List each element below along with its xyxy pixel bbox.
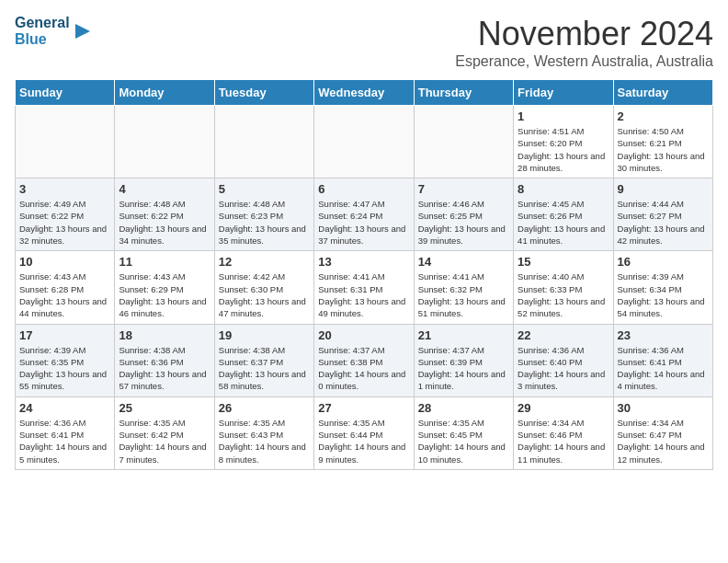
logo-blue: Blue [15,31,70,48]
table-row: 1Sunrise: 4:51 AM Sunset: 6:20 PM Daylig… [514,106,613,178]
day-number: 18 [119,328,210,342]
table-row: 27Sunrise: 4:35 AM Sunset: 6:44 PM Dayli… [314,396,414,469]
day-number: 17 [19,328,110,342]
table-row: 13Sunrise: 4:41 AM Sunset: 6:31 PM Dayli… [314,251,414,324]
page-header: General Blue November 2024 Esperance, We… [15,15,713,70]
col-wednesday: Wednesday [314,80,414,106]
table-row: 20Sunrise: 4:37 AM Sunset: 6:38 PM Dayli… [314,324,414,396]
day-info: Sunrise: 4:43 AM Sunset: 6:28 PM Dayligh… [19,270,110,319]
day-info: Sunrise: 4:48 AM Sunset: 6:23 PM Dayligh… [219,198,310,247]
table-row: 11Sunrise: 4:43 AM Sunset: 6:29 PM Dayli… [115,251,214,324]
day-number: 30 [618,401,709,415]
day-number: 13 [318,255,409,269]
day-info: Sunrise: 4:35 AM Sunset: 6:45 PM Dayligh… [418,417,509,465]
table-row [314,106,414,178]
calendar-table: Sunday Monday Tuesday Wednesday Thursday… [15,79,713,470]
table-row: 25Sunrise: 4:35 AM Sunset: 6:42 PM Dayli… [115,396,214,469]
day-number: 8 [518,182,609,196]
week-row-1: 1Sunrise: 4:51 AM Sunset: 6:20 PM Daylig… [16,106,713,178]
day-info: Sunrise: 4:34 AM Sunset: 6:46 PM Dayligh… [518,417,609,465]
day-number: 3 [19,182,110,196]
table-row: 4Sunrise: 4:48 AM Sunset: 6:22 PM Daylig… [115,178,214,251]
logo: General Blue [15,15,94,47]
table-row: 15Sunrise: 4:40 AM Sunset: 6:33 PM Dayli… [514,251,613,324]
day-info: Sunrise: 4:37 AM Sunset: 6:38 PM Dayligh… [318,344,409,393]
week-row-4: 17Sunrise: 4:39 AM Sunset: 6:35 PM Dayli… [16,324,713,396]
day-info: Sunrise: 4:36 AM Sunset: 6:41 PM Dayligh… [618,344,709,393]
page-subtitle: Esperance, Western Australia, Australia [455,53,713,70]
day-number: 16 [618,255,709,269]
day-number: 6 [318,182,409,196]
page-title: November 2024 [455,15,713,53]
day-number: 11 [119,255,210,269]
title-block: November 2024 Esperance, Western Austral… [455,15,713,70]
header-row: Sunday Monday Tuesday Wednesday Thursday… [16,80,713,106]
day-info: Sunrise: 4:51 AM Sunset: 6:20 PM Dayligh… [518,125,609,174]
table-row: 30Sunrise: 4:34 AM Sunset: 6:47 PM Dayli… [613,396,712,469]
logo-general: General [15,15,70,31]
day-number: 26 [219,401,310,415]
table-row: 5Sunrise: 4:48 AM Sunset: 6:23 PM Daylig… [214,178,313,251]
table-row: 10Sunrise: 4:43 AM Sunset: 6:28 PM Dayli… [16,251,115,324]
day-info: Sunrise: 4:44 AM Sunset: 6:27 PM Dayligh… [618,198,709,247]
table-row: 29Sunrise: 4:34 AM Sunset: 6:46 PM Dayli… [514,396,613,469]
day-info: Sunrise: 4:35 AM Sunset: 6:44 PM Dayligh… [318,417,409,465]
svg-marker-0 [75,24,90,39]
week-row-3: 10Sunrise: 4:43 AM Sunset: 6:28 PM Dayli… [16,251,713,324]
day-number: 21 [418,328,509,342]
day-info: Sunrise: 4:41 AM Sunset: 6:31 PM Dayligh… [318,270,409,319]
col-sunday: Sunday [16,80,115,106]
day-info: Sunrise: 4:37 AM Sunset: 6:39 PM Dayligh… [418,344,509,393]
week-row-2: 3Sunrise: 4:49 AM Sunset: 6:22 PM Daylig… [16,178,713,251]
table-row: 6Sunrise: 4:47 AM Sunset: 6:24 PM Daylig… [314,178,414,251]
day-number: 4 [119,182,210,196]
col-monday: Monday [115,80,214,106]
table-row: 16Sunrise: 4:39 AM Sunset: 6:34 PM Dayli… [613,251,712,324]
table-row: 21Sunrise: 4:37 AM Sunset: 6:39 PM Dayli… [414,324,513,396]
week-row-5: 24Sunrise: 4:36 AM Sunset: 6:41 PM Dayli… [16,396,713,469]
day-number: 24 [19,401,110,415]
day-number: 9 [618,182,709,196]
table-row: 22Sunrise: 4:36 AM Sunset: 6:40 PM Dayli… [514,324,613,396]
col-tuesday: Tuesday [214,80,313,106]
table-row: 17Sunrise: 4:39 AM Sunset: 6:35 PM Dayli… [16,324,115,396]
day-info: Sunrise: 4:36 AM Sunset: 6:40 PM Dayligh… [518,344,609,393]
calendar-body: 1Sunrise: 4:51 AM Sunset: 6:20 PM Daylig… [16,106,713,470]
table-row [214,106,313,178]
day-number: 10 [19,255,110,269]
table-row: 8Sunrise: 4:45 AM Sunset: 6:26 PM Daylig… [514,178,613,251]
day-info: Sunrise: 4:41 AM Sunset: 6:32 PM Dayligh… [418,270,509,319]
day-info: Sunrise: 4:47 AM Sunset: 6:24 PM Dayligh… [318,198,409,247]
table-row: 3Sunrise: 4:49 AM Sunset: 6:22 PM Daylig… [16,178,115,251]
day-info: Sunrise: 4:43 AM Sunset: 6:29 PM Dayligh… [119,270,210,319]
day-number: 19 [219,328,310,342]
table-row: 9Sunrise: 4:44 AM Sunset: 6:27 PM Daylig… [613,178,712,251]
day-info: Sunrise: 4:40 AM Sunset: 6:33 PM Dayligh… [518,270,609,319]
day-info: Sunrise: 4:38 AM Sunset: 6:36 PM Dayligh… [119,344,210,393]
table-row: 14Sunrise: 4:41 AM Sunset: 6:32 PM Dayli… [414,251,513,324]
day-info: Sunrise: 4:39 AM Sunset: 6:34 PM Dayligh… [618,270,709,319]
day-number: 20 [318,328,409,342]
day-number: 29 [518,401,609,415]
table-row: 26Sunrise: 4:35 AM Sunset: 6:43 PM Dayli… [214,396,313,469]
col-friday: Friday [514,80,613,106]
calendar-header: Sunday Monday Tuesday Wednesday Thursday… [16,80,713,106]
table-row: 18Sunrise: 4:38 AM Sunset: 6:36 PM Dayli… [115,324,214,396]
day-number: 7 [418,182,509,196]
day-info: Sunrise: 4:50 AM Sunset: 6:21 PM Dayligh… [618,125,709,174]
table-row: 24Sunrise: 4:36 AM Sunset: 6:41 PM Dayli… [16,396,115,469]
day-number: 22 [518,328,609,342]
table-row: 12Sunrise: 4:42 AM Sunset: 6:30 PM Dayli… [214,251,313,324]
day-number: 25 [119,401,210,415]
day-number: 15 [518,255,609,269]
day-info: Sunrise: 4:49 AM Sunset: 6:22 PM Dayligh… [19,198,110,247]
day-info: Sunrise: 4:45 AM Sunset: 6:26 PM Dayligh… [518,198,609,247]
table-row: 28Sunrise: 4:35 AM Sunset: 6:45 PM Dayli… [414,396,513,469]
day-number: 1 [518,109,609,123]
day-number: 23 [618,328,709,342]
day-number: 27 [318,401,409,415]
day-number: 28 [418,401,509,415]
day-info: Sunrise: 4:35 AM Sunset: 6:42 PM Dayligh… [119,417,210,465]
day-number: 14 [418,255,509,269]
day-info: Sunrise: 4:38 AM Sunset: 6:37 PM Dayligh… [219,344,310,393]
